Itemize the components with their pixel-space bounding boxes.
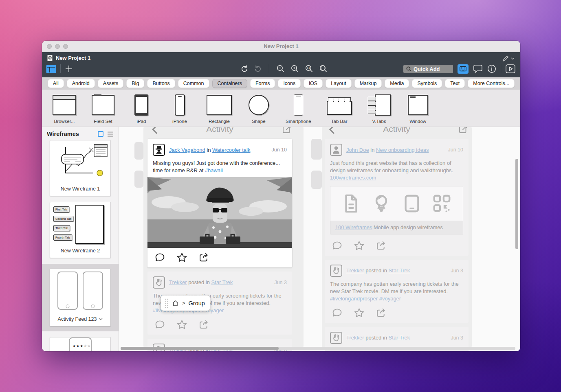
horizontal-scrollbar[interactable] [121,347,515,350]
titlebar: New Project 1 [42,41,520,52]
hashtag-link[interactable]: #livelongandprosper #voyager [330,296,401,302]
zoom-out-button[interactable] [276,63,285,74]
palette-item-iphone[interactable]: iPhone [168,94,191,124]
info-button[interactable] [487,63,496,74]
wireframe-thumbnail-4[interactable]: ★★★☆☆ [50,337,111,351]
ui-library-button[interactable] [458,64,469,74]
mini-tab-second: Second Tab [53,216,73,222]
share-icon[interactable] [198,252,209,263]
topic-link[interactable]: Star Trek [211,279,233,285]
palette-item-vtabs[interactable]: V.Tabs [367,94,391,124]
tab-common[interactable]: Common [178,79,209,88]
wireframe-thumbnail-1[interactable]: New Wireframe 1 [50,140,111,196]
undo-button[interactable] [240,63,249,74]
tab-ios[interactable]: iOS [304,79,323,88]
activity-feed-wireframe-left[interactable]: Activity Jack Vagabond in Watercooler ta… [147,127,292,347]
drag-grip-icon[interactable] [164,298,169,309]
palette-item-field-set[interactable]: Field Set [92,94,114,124]
present-button[interactable] [506,63,515,74]
redo-button[interactable] [254,63,262,74]
selection-breadcrumb: > Group [161,296,210,311]
tab-assets[interactable]: Assets [98,79,124,88]
zoom-in-button[interactable] [290,63,299,74]
tab-more-controls[interactable]: More Controls... [468,79,515,88]
home-icon[interactable] [172,300,179,307]
link-preview-card[interactable]: 100 Wireframes Mobile app design wirefra… [330,186,463,234]
breadcrumb-group-item[interactable]: Group [189,300,205,307]
comment-icon[interactable] [154,252,165,263]
tab-text[interactable]: Text [445,79,465,88]
author-link[interactable]: Trekker [169,279,187,285]
palette-item-tab-bar[interactable]: Tab Bar [327,94,352,124]
edit-mode-menu[interactable] [502,55,515,62]
horizontal-scrollbar-thumb[interactable] [121,347,279,350]
tab-media[interactable]: Media [385,79,409,88]
share-icon[interactable] [198,320,209,330]
author-link[interactable]: John Doe [346,147,369,153]
palette-item-smartphone[interactable]: Smartphone [286,94,311,124]
author-link[interactable]: Trekker [346,335,364,341]
tab-containers[interactable]: Containers [212,79,247,88]
comments-button[interactable] [473,63,483,74]
grid-view-icon[interactable] [98,131,103,137]
person-avatar-icon [330,144,342,156]
zoom-to-fit-button[interactable] [319,63,328,74]
tab-buttons[interactable]: Buttons [147,79,175,88]
vertical-scrollbar-thumb[interactable] [515,159,518,249]
external-link[interactable]: 100wireframes.com [330,175,376,181]
comment-icon[interactable] [154,320,165,330]
smartphone-sketch-icon [294,94,303,116]
share-icon[interactable] [376,241,387,251]
author-link[interactable]: Trekker [346,267,364,274]
palette-item-rectangle[interactable]: Rectangle [207,94,232,124]
chevron-down-icon[interactable] [99,318,103,320]
quick-add-input[interactable] [414,66,450,72]
compose-icon[interactable] [282,127,291,134]
sidebar-toggle-button[interactable] [46,63,56,74]
star-icon[interactable] [176,320,187,330]
star-icon[interactable] [176,252,187,263]
palette-item-ipad[interactable]: iPad [130,94,153,124]
tab-layout[interactable]: Layout [326,79,352,88]
design-canvas[interactable]: Activity Jack Vagabond in Watercooler ta… [119,127,520,351]
add-wireframe-button[interactable] [65,63,73,74]
feed-post[interactable]: Jack Vagabond in Watercooler talk Jun 10… [147,139,292,267]
topic-link[interactable]: New onboarding ideas [376,147,429,153]
topic-link[interactable]: Watercooler talk [212,147,250,153]
shape-sketch-icon [249,95,269,115]
list-view-icon[interactable] [107,131,114,137]
ipad-sketch-icon [134,94,148,116]
palette-item-browser[interactable]: Browser... [53,94,76,124]
feed-post[interactable]: John Doe in New onboarding ideas Jun 10 … [325,139,469,256]
zoom-actual-size-button[interactable]: 1:1 [305,63,314,74]
tab-icons[interactable]: Icons [278,79,301,88]
activity-feed-wireframe-right[interactable]: Activity John Doe in New onboarding idea… [325,127,469,347]
wireframes-link[interactable]: 100 Wireframes [335,224,372,230]
comment-icon[interactable] [332,241,343,251]
palette-item-shape[interactable]: Shape [247,94,270,124]
share-icon[interactable] [376,308,387,318]
wireframe-thumbnail-2[interactable]: First Tab Second Tab Third Tab Fourth Ta… [50,202,111,258]
star-icon[interactable] [354,241,365,251]
comment-icon[interactable] [332,308,343,318]
topic-link[interactable]: Star Trek [389,267,410,274]
star-icon[interactable] [354,308,365,318]
hashtag-link[interactable]: #hawaii [205,167,223,173]
tab-all[interactable]: All [48,79,64,88]
tab-forms[interactable]: Forms [250,79,275,88]
zoom-button[interactable] [63,44,68,49]
palette-item-window[interactable]: Window [407,94,429,124]
compose-icon[interactable] [458,127,468,134]
close-button[interactable] [47,44,52,49]
tab-symbols[interactable]: Symbols [412,79,442,88]
wireframe-thumbnail-3[interactable]: Activity Feed 123 [50,269,111,326]
minimize-button[interactable] [55,44,60,49]
author-link[interactable]: Jack Vagabond [169,147,205,153]
wireframe-thumbnail-selection: Activity Feed 123 [42,264,119,331]
tab-markup[interactable]: Markup [354,79,382,88]
topic-link[interactable]: Star Trek [389,335,410,341]
feed-post[interactable]: Trekker posted in Star Trek Jun 3 The co… [325,260,469,323]
tab-android[interactable]: Android [67,79,95,88]
phone-bezel-segment [134,171,143,188]
tab-big[interactable]: Big [126,79,144,88]
